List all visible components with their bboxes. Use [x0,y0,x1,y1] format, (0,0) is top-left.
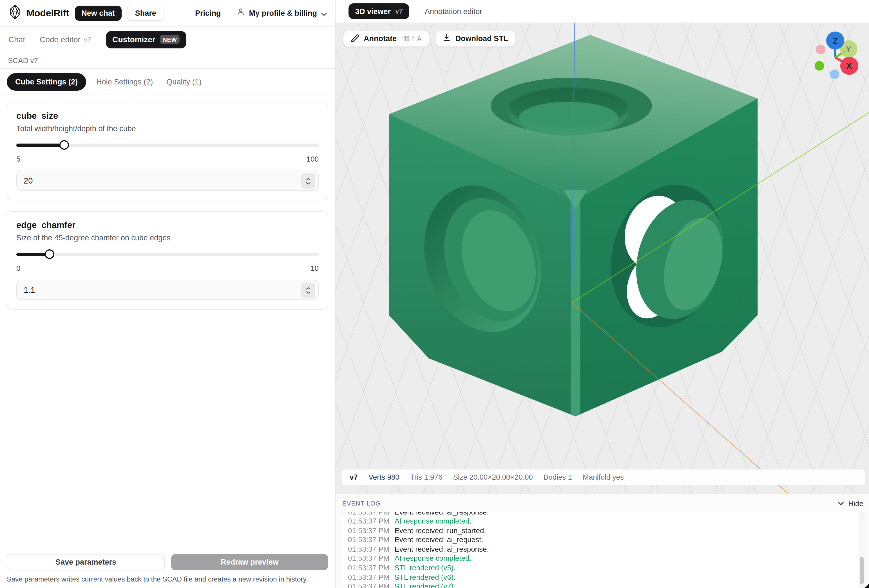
footer-buttons: Save parameters Redraw preview [7,554,328,570]
log-time: 01:53:37 PM [348,545,389,554]
log-scrollbar-thumb[interactable] [859,557,863,584]
stepper-down-icon[interactable] [306,291,311,293]
status-manifold: Manifold yes [583,473,624,481]
input-value: 20 [24,176,33,185]
stepper-down-icon[interactable] [306,182,311,184]
log-time: 01:53:37 PM [348,511,389,517]
footer-note: Save parameters writes current values ba… [7,575,328,583]
log-message: Event received: ai_response. [394,545,489,554]
log-message: Event received: ai_response. [394,511,489,517]
log-entry: 01:53:37 PMEvent received: ai_request. [348,536,865,545]
gizmo-z-label: Z [833,36,838,46]
min-label: 5 [16,155,20,163]
cube-size-slider[interactable] [16,140,319,150]
profile-menu[interactable]: My profile & billing [237,8,328,19]
param-name: cube_size [16,111,319,121]
pencil-icon [350,33,359,44]
brand[interactable]: ModelRift [8,4,69,22]
new-chat-button[interactable]: New chat [75,6,122,21]
stepper-up-icon[interactable] [306,287,311,290]
tab-chat-label: Chat [9,35,25,44]
parameter-group-tabs: Cube Settings (2) Hole Settings (2) Qual… [0,69,335,95]
3d-viewport[interactable]: Y Z X Annotate ⌘⇧A [335,23,869,493]
tab-hole-settings[interactable]: Hole Settings (2) [93,77,156,86]
slider-track[interactable] [16,253,319,256]
viewport-toolbar: Annotate ⌘⇧A Download STL [343,30,515,47]
main-tabs: Chat Code editor v7 Customizer NEW [0,27,335,52]
left-panel: ModelRift New chat Share Pricing My prof… [0,0,335,588]
modelrift-app: ModelRift New chat Share Pricing My prof… [0,0,869,588]
left-panel-footer: Save parameters Redraw preview Save para… [0,554,335,588]
tab-chat[interactable]: Chat [9,35,25,44]
event-log-rows: 01:53:37 PMEvent received: ai_response. … [348,511,865,588]
orientation-gizmo[interactable]: Y Z X [815,31,858,79]
parameter-cards: cube_size Total width/height/depth of th… [0,95,335,316]
log-entry: 01:53:37 PMSTL rendered (v6). [348,573,865,582]
event-log-title: EVENT LOG [342,500,381,507]
gizmo-y-label: Y [846,45,851,53]
param-card-edge-chamfer: edge_chamfer Size of the 45-degree chamf… [7,211,328,310]
cube-size-input[interactable]: 20 [16,170,319,191]
scad-version-label: SCAD v7 [8,56,38,64]
gizmo-neg-x-dot[interactable] [816,45,825,54]
gizmo-neg-y-dot[interactable] [815,61,824,71]
event-log-section: EVENT LOG Hide 01:53:37 PMEvent received… [335,493,869,588]
download-stl-button[interactable]: Download STL [435,30,516,47]
chevron-down-icon [321,8,327,18]
log-time: 01:53:37 PM [348,526,389,535]
brand-name: ModelRift [27,7,69,19]
max-label: 10 [310,264,319,273]
profile-label: My profile & billing [249,9,317,18]
hide-log-button[interactable]: Hide [838,499,864,508]
slider-range-labels: 5 100 [16,155,319,163]
tab-customizer[interactable]: Customizer NEW [105,31,186,48]
save-parameters-button[interactable]: Save parameters [7,554,165,570]
pricing-link[interactable]: Pricing [195,9,221,18]
tab-code-editor-version: v7 [84,36,91,44]
slider-knob[interactable] [45,249,54,259]
tab-3d-viewer-label: 3D viewer [355,7,391,15]
redraw-preview-button[interactable]: Redraw preview [171,554,328,570]
tab-3d-viewer[interactable]: 3D viewer v7 [348,3,409,19]
event-log-header: EVENT LOG Hide [342,499,865,508]
log-time: 01:53:37 PM [348,582,389,588]
chevron-down-icon [838,501,844,505]
person-icon [237,8,245,19]
log-message: Event received: run_started. [394,526,486,535]
log-message: Event received: ai_request. [394,536,483,545]
log-entry: 01:53:37 PMEvent received: run_started. [348,526,865,535]
gizmo-neg-z-dot[interactable] [830,70,839,79]
3d-model-cube: Y Z X [335,23,869,493]
param-name: edge_chamfer [16,220,319,230]
cube-front-edge-chamfer [571,200,580,416]
share-button[interactable]: Share [127,6,165,21]
event-log-box[interactable]: 01:53:37 PMEvent received: ai_response. … [342,511,865,588]
input-value: 1.1 [24,286,35,295]
status-size: Size 20.00×20.00×20.00 [453,473,532,481]
param-description: Total width/height/depth of the cube [16,124,319,133]
log-scrollbar-track[interactable] [858,512,865,587]
model-status-bar: v7 Verts 980 Tris 1,976 Size 20.00×20.00… [342,469,865,485]
edge-chamfer-slider[interactable] [16,249,319,259]
scad-version-row: SCAD v7 [0,52,335,69]
tab-quality[interactable]: Quality (1) [163,77,205,86]
gizmo-x-label: X [847,61,852,70]
slider-knob[interactable] [59,140,69,150]
annotate-button[interactable]: Annotate ⌘⇧A [343,30,430,47]
tab-cube-settings[interactable]: Cube Settings (2) [7,73,86,90]
number-stepper[interactable] [301,173,315,189]
right-panel: 3D viewer v7 Annotation editor [335,0,869,588]
tab-code-editor[interactable]: Code editor v7 [40,35,91,44]
tab-annotation-editor[interactable]: Annotation editor [425,7,482,15]
edge-chamfer-input[interactable]: 1.1 [16,280,319,300]
log-message: STL rendered (v5). [394,563,455,573]
log-time: 01:53:37 PM [348,573,389,582]
log-entry: 01:53:37 PMAI response completed. [348,554,865,563]
annotate-shortcut: ⌘⇧A [403,34,422,43]
app-header: ModelRift New chat Share Pricing My prof… [0,0,335,27]
number-stepper[interactable] [301,283,315,298]
new-badge: NEW [160,35,180,44]
param-description: Size of the 45-degree chamfer on cube ed… [16,234,319,242]
stepper-up-icon[interactable] [306,178,311,181]
max-label: 100 [307,155,319,163]
